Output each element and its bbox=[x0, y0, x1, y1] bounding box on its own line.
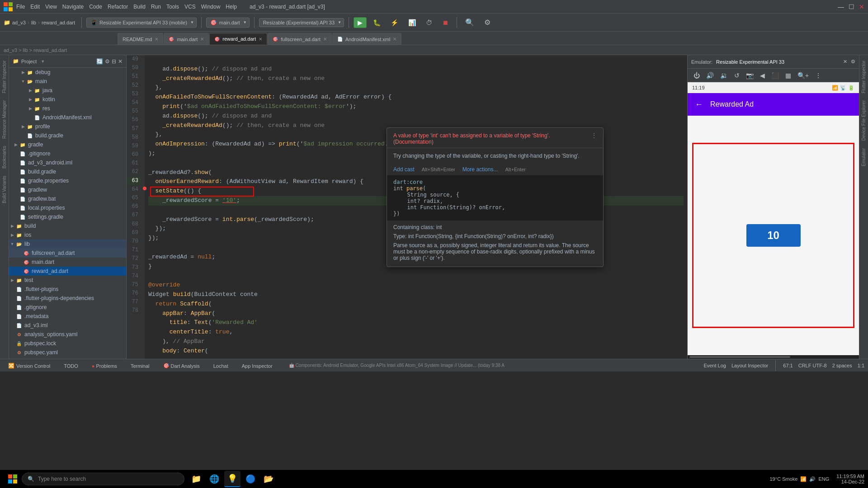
side-tab-build-variants[interactable]: Build Variants bbox=[1, 172, 8, 207]
bottom-tab-todo[interactable]: TODO bbox=[59, 359, 83, 372]
side-tab-flutter-inspector-right[interactable]: Flutter Inspector bbox=[860, 57, 867, 97]
sidebar-collapse-icon[interactable]: ⊟ bbox=[112, 58, 116, 65]
taskbar-search[interactable]: 🔍 Type here to search bbox=[22, 473, 184, 485]
bottom-tab-terminal[interactable]: Terminal bbox=[126, 359, 154, 372]
emu-home-btn[interactable]: ⬛ bbox=[769, 71, 781, 80]
emu-power-btn[interactable]: ⏻ bbox=[691, 71, 702, 80]
side-tab-resource-manager[interactable]: Resource Manager bbox=[1, 97, 8, 142]
taskbar-app-chrome[interactable]: 🔵 bbox=[242, 471, 259, 487]
tree-ios[interactable]: ▶ 📁 ios bbox=[9, 230, 126, 239]
menu-file[interactable]: File bbox=[16, 4, 25, 10]
taskbar-app-intellij[interactable]: 💡 bbox=[224, 471, 241, 487]
settings-button[interactable]: ⚙ bbox=[481, 17, 494, 28]
side-tab-emulator-right[interactable]: Emulator bbox=[860, 145, 867, 170]
clock[interactable]: 11:19:59 AM 14-Dec-22 bbox=[836, 474, 864, 484]
tab-readme-close[interactable]: ✕ bbox=[155, 37, 158, 42]
bottom-tab-lochat[interactable]: Lochat bbox=[209, 359, 233, 372]
search-everywhere-button[interactable]: 🔍 bbox=[462, 17, 478, 28]
tree-ad-v3-iml[interactable]: 📄 ad_v3_android.iml bbox=[9, 158, 126, 167]
menu-tools[interactable]: Tools bbox=[166, 4, 179, 10]
event-log-btn[interactable]: Event Log bbox=[703, 363, 726, 368]
sidebar-sync-icon[interactable]: 🔄 bbox=[96, 58, 103, 65]
tree-main-dart[interactable]: 🎯 main.dart bbox=[9, 258, 126, 267]
tree-build-gradle[interactable]: 📄 build.gradle bbox=[9, 167, 126, 176]
bottom-tab-version-control[interactable]: 🔀 Version Control bbox=[4, 359, 55, 372]
taskbar-app-explorer[interactable]: 📁 bbox=[188, 471, 204, 487]
emu-screenshot-btn[interactable]: 📷 bbox=[744, 71, 756, 80]
start-button[interactable] bbox=[4, 470, 22, 488]
minimize-button[interactable]: — bbox=[838, 3, 844, 10]
side-tab-flutter-inspector[interactable]: Flutter Inspector bbox=[1, 57, 8, 97]
phone-back-icon[interactable]: ← bbox=[695, 100, 703, 109]
menu-refactor[interactable]: Refactor bbox=[108, 4, 128, 10]
tree-gradlew[interactable]: 📄 gradlew bbox=[9, 185, 126, 194]
bottom-tab-app-inspector[interactable]: App Inspector bbox=[237, 359, 277, 372]
emu-volume-down-btn[interactable]: 🔉 bbox=[718, 71, 730, 80]
tree-debug[interactable]: ▶ 📁 debug bbox=[9, 68, 126, 77]
menu-edit[interactable]: Edit bbox=[30, 4, 40, 10]
tab-fullscreen-close[interactable]: ✕ bbox=[323, 37, 327, 42]
run-config-dropdown[interactable]: 🎯 main.dart bbox=[206, 18, 250, 28]
tree-adv3-iml[interactable]: 📄 ad_v3.iml bbox=[9, 321, 126, 330]
tree-flutter-plugins[interactable]: 📄 .flutter-plugins bbox=[9, 285, 126, 294]
taskbar-app-browser[interactable]: 🌐 bbox=[206, 471, 222, 487]
emu-recents-btn[interactable]: ▦ bbox=[783, 71, 793, 80]
menu-help[interactable]: Help bbox=[226, 4, 237, 10]
tree-analysis[interactable]: ⚙ analysis_options.yaml bbox=[9, 330, 126, 339]
tree-main[interactable]: ▼ 📂 main bbox=[9, 77, 126, 86]
menu-code[interactable]: Code bbox=[89, 4, 102, 10]
sidebar-gear-icon[interactable]: ⚙ bbox=[105, 58, 110, 65]
tree-profile[interactable]: ▶ 📁 profile bbox=[9, 122, 126, 131]
bottom-tab-dart-analysis[interactable]: 🎯 Dart Analysis bbox=[159, 359, 204, 372]
run-button[interactable]: ▶ bbox=[354, 17, 367, 28]
tree-pubspec-lock[interactable]: 🔒 pubspec.lock bbox=[9, 339, 126, 348]
emu-back-btn[interactable]: ◀ bbox=[758, 71, 767, 80]
device2-dropdown[interactable]: Resizable (Experimental) API 33 bbox=[259, 18, 344, 27]
menu-view[interactable]: View bbox=[45, 4, 57, 10]
device-dropdown[interactable]: 📱 Resizable Experimental API 33 (mobile) bbox=[86, 18, 197, 28]
sidebar-close-icon[interactable]: ✕ bbox=[118, 58, 123, 65]
emulator-settings-icon[interactable]: ⚙ bbox=[851, 59, 855, 65]
tree-settings-gradle[interactable]: 📄 settings.gradle bbox=[9, 212, 126, 221]
tree-metadata[interactable]: 📄 .metadata bbox=[9, 312, 126, 321]
tree-pubspec-yaml[interactable]: ⚙ pubspec.yaml bbox=[9, 348, 126, 357]
tree-res[interactable]: ▶ 📁 res bbox=[9, 104, 126, 113]
tree-build-gradle-main[interactable]: 📄 build.gradle bbox=[9, 131, 126, 140]
emulator-scroll-thumb[interactable] bbox=[689, 356, 790, 358]
tree-kotlin[interactable]: ▶ 📁 kotlin bbox=[9, 95, 126, 104]
error-popup-more-icon[interactable]: ⋮ bbox=[591, 132, 597, 139]
side-tab-bookmarks[interactable]: Bookmarks bbox=[1, 142, 8, 172]
layout-inspector-btn[interactable]: Layout Inspector bbox=[731, 363, 768, 368]
emu-more-btn[interactable]: ⋮ bbox=[813, 71, 824, 80]
menu-vcs[interactable]: VCS bbox=[184, 4, 196, 10]
code-editor[interactable]: 49 50 51 52 53 54 55 56 57 58 59 60 61 6… bbox=[127, 55, 687, 359]
tree-fullscreen[interactable]: 🎯 fullscreen_ad.dart bbox=[9, 249, 126, 258]
emu-zoom-in-btn[interactable]: 🔍+ bbox=[795, 71, 811, 80]
profile-button[interactable]: ⏱ bbox=[422, 18, 436, 28]
tree-gradle-props[interactable]: 📄 gradle.properties bbox=[9, 176, 126, 185]
coverage-button[interactable]: 📊 bbox=[405, 18, 420, 28]
tree-flutter-plugins-deps[interactable]: 📄 .flutter-plugins-dependencies bbox=[9, 294, 126, 303]
stop-button[interactable]: ⏹ bbox=[439, 18, 452, 28]
maximize-button[interactable]: ☐ bbox=[849, 3, 854, 10]
tab-main[interactable]: 🎯 main.dart ✕ bbox=[164, 33, 209, 45]
menu-build[interactable]: Build bbox=[133, 4, 146, 10]
tree-gradlew-bat[interactable]: 📄 gradlew.bat bbox=[9, 194, 126, 203]
menu-navigate[interactable]: Navigate bbox=[62, 4, 84, 10]
emu-rotate-btn[interactable]: ↺ bbox=[732, 71, 742, 80]
tree-local-props[interactable]: 📄 local.properties bbox=[9, 203, 126, 212]
tree-gitignore-root[interactable]: 📄 .gitignore bbox=[9, 303, 126, 312]
tree-lib[interactable]: ▼ 📂 lib bbox=[9, 239, 126, 249]
tab-main-close[interactable]: ✕ bbox=[200, 37, 204, 42]
tab-manifest-close[interactable]: ✕ bbox=[393, 37, 396, 42]
tab-manifest[interactable]: 📄 AndroidManifest.xml ✕ bbox=[332, 33, 402, 45]
tab-fullscreen[interactable]: 🎯 fullscreen_ad.dart ✕ bbox=[268, 33, 331, 45]
tree-java[interactable]: ▶ 📁 java bbox=[9, 86, 126, 95]
close-button[interactable]: ✕ bbox=[859, 3, 864, 10]
tab-reward[interactable]: 🎯 reward_ad.dart ✕ bbox=[209, 33, 267, 45]
tree-test[interactable]: ▶ 📁 test bbox=[9, 276, 126, 285]
menu-run[interactable]: Run bbox=[151, 4, 161, 10]
more-actions-link[interactable]: More actions... bbox=[462, 166, 498, 173]
bottom-tab-problems[interactable]: ● Problems bbox=[87, 359, 122, 372]
tree-reward-dart[interactable]: 🎯 reward_ad.dart bbox=[9, 267, 126, 276]
